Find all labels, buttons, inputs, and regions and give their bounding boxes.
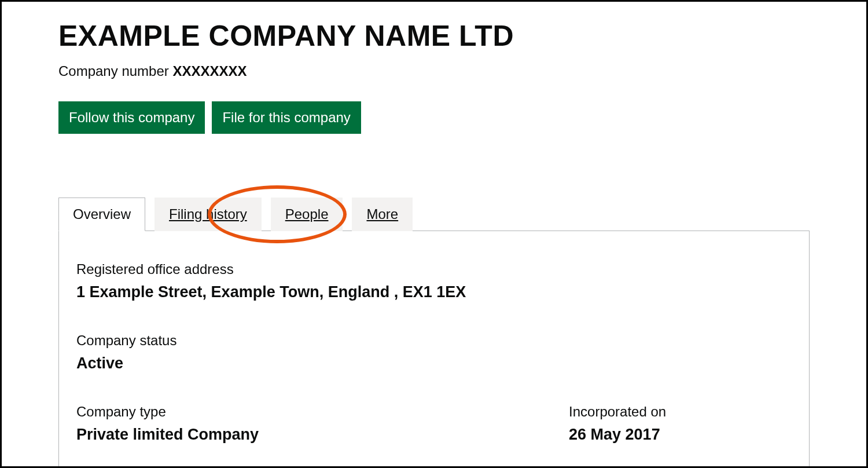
company-number-label: Company number [58, 63, 172, 79]
tab-overview[interactable]: Overview [58, 198, 145, 231]
tab-filing-history[interactable]: Filing history [155, 198, 262, 231]
incorporated-column: Incorporated on 26 May 2017 [569, 404, 792, 444]
page-frame: EXAMPLE COMPANY NAME LTD Company number … [0, 0, 868, 468]
follow-company-button[interactable]: Follow this company [58, 101, 205, 134]
type-label: Company type [76, 404, 534, 420]
type-column: Company type Private limited Company [76, 404, 534, 444]
company-number-line: Company number XXXXXXXX [58, 63, 810, 79]
incorporated-value: 26 May 2017 [569, 426, 792, 444]
file-company-button[interactable]: File for this company [212, 101, 361, 134]
tab-people[interactable]: People [271, 198, 343, 231]
company-name-heading: EXAMPLE COMPANY NAME LTD [58, 19, 810, 53]
company-number-value: XXXXXXXX [172, 63, 247, 79]
tab-more[interactable]: More [352, 198, 413, 231]
tab-list: Overview Filing history People More [58, 198, 810, 231]
address-value: 1 Example Street, Example Town, England … [76, 283, 792, 301]
two-column-row: Company type Private limited Company Inc… [76, 404, 792, 444]
overview-panel: Registered office address 1 Example Stre… [58, 231, 810, 467]
action-button-row: Follow this company File for this compan… [58, 101, 810, 134]
status-value: Active [76, 354, 792, 372]
incorporated-label: Incorporated on [569, 404, 792, 420]
tabs-container: Overview Filing history People More Regi… [58, 198, 810, 467]
address-label: Registered office address [76, 261, 792, 277]
status-label: Company status [76, 332, 792, 349]
type-value: Private limited Company [76, 426, 534, 444]
